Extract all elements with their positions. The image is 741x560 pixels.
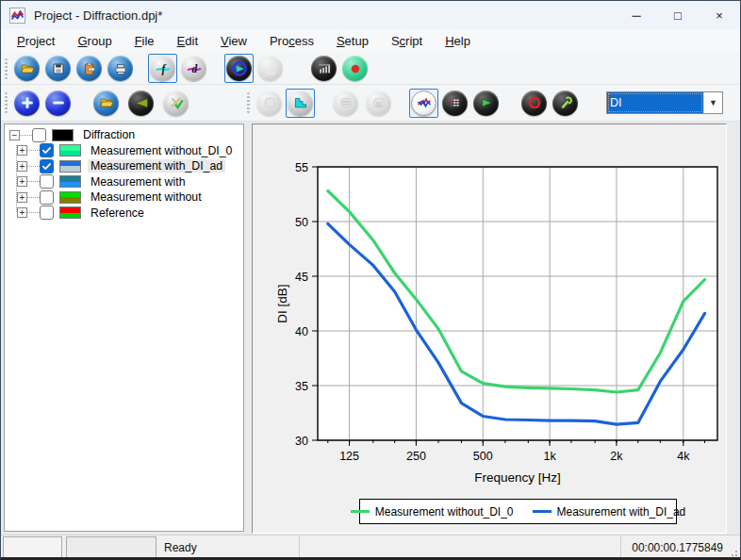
status-progress-cell xyxy=(66,536,156,558)
menu-edit[interactable]: Edit xyxy=(166,32,209,50)
chevron-down-icon[interactable]: ▼ xyxy=(703,92,722,113)
tree-connector xyxy=(27,166,40,167)
arrow-right-icon xyxy=(226,56,252,81)
zoom-in-button[interactable] xyxy=(12,89,41,118)
expand-icon[interactable]: + xyxy=(17,207,27,218)
toolbar-grip[interactable] xyxy=(5,92,8,113)
table-view-button[interactable] xyxy=(440,89,469,118)
toolbar-grip[interactable] xyxy=(5,58,8,79)
blank-icon xyxy=(256,91,282,116)
maximize-button[interactable]: □ xyxy=(657,1,699,29)
visibility-checkbox[interactable] xyxy=(40,174,54,189)
tree-item-label[interactable]: Diffraction xyxy=(80,128,138,141)
collapse-icon[interactable]: − xyxy=(9,130,20,140)
menu-setup[interactable]: Setup xyxy=(325,32,380,50)
curve-color-swatch xyxy=(59,206,81,219)
tree-connector xyxy=(27,197,40,198)
secondary-toolbar: DI ▼ xyxy=(1,85,740,122)
open-button[interactable] xyxy=(12,54,41,83)
tree-item-label[interactable]: Reference xyxy=(88,206,147,220)
svg-text:2k: 2k xyxy=(610,450,623,463)
d-wave-icon: d xyxy=(181,56,206,81)
svg-text:30: 30 xyxy=(295,435,308,448)
visibility-checkbox[interactable] xyxy=(40,159,54,173)
menu-project[interactable]: Project xyxy=(6,32,66,50)
expand-icon[interactable]: + xyxy=(17,192,27,203)
svg-text:55: 55 xyxy=(295,161,308,174)
window-inset-button xyxy=(364,89,393,118)
minus-icon xyxy=(45,91,71,116)
record-button[interactable] xyxy=(340,54,370,83)
chart-panel[interactable]: 1252505001k2k4k303540455055Frequency [Hz… xyxy=(252,124,727,534)
settings-button[interactable] xyxy=(551,89,580,118)
legend-item: Measurement without_DI_0 xyxy=(351,505,514,519)
expand-icon[interactable]: + xyxy=(17,176,27,187)
tree-item[interactable]: +Measurement with_DI_ad xyxy=(5,158,243,174)
tree-connector xyxy=(20,135,32,136)
window-single-button xyxy=(255,89,284,118)
expand-icon[interactable]: + xyxy=(17,161,27,172)
tree-connector xyxy=(27,212,40,213)
menu-group[interactable]: Group xyxy=(66,32,123,50)
menu-help[interactable]: Help xyxy=(434,32,482,50)
tree-item-label[interactable]: Measurement with xyxy=(88,175,188,189)
redo-icon xyxy=(257,56,283,81)
project-tree[interactable]: −Diffraction+Measurement without_DI_0+Me… xyxy=(4,124,244,532)
tree-item-label[interactable]: Measurement without xyxy=(88,190,205,204)
toolbar-grip[interactable] xyxy=(247,92,250,113)
level-meter-button[interactable] xyxy=(309,54,338,83)
tree-item[interactable]: +Measurement without_DI_0 xyxy=(5,143,243,159)
menu-file[interactable]: File xyxy=(124,32,166,50)
close-button[interactable]: × xyxy=(699,1,740,29)
tree-item[interactable]: +Reference xyxy=(5,206,243,222)
tree-item-label[interactable]: Measurement with_DI_ad xyxy=(88,159,225,173)
expand-icon[interactable]: + xyxy=(17,145,27,156)
menu-script[interactable]: Script xyxy=(380,32,434,50)
di-frequency-chart[interactable]: 1252505001k2k4k303540455055Frequency [Hz… xyxy=(253,124,726,533)
status-message: Ready xyxy=(158,535,300,559)
svg-text:45: 45 xyxy=(295,271,308,284)
window-split-button xyxy=(331,89,360,118)
tree-item[interactable]: +Measurement without xyxy=(5,189,243,206)
window-steps-button[interactable] xyxy=(286,89,315,118)
visibility-checkbox[interactable] xyxy=(40,190,54,205)
visibility-checkbox[interactable] xyxy=(32,128,46,142)
clipboard-arrow-icon xyxy=(76,56,102,81)
resize-grip[interactable] xyxy=(727,535,740,559)
tree-connector xyxy=(27,150,40,151)
zoom-out-button[interactable] xyxy=(43,89,73,118)
status-timer: 00:00:00.1775849 xyxy=(621,535,727,559)
edit-tools-button[interactable] xyxy=(161,89,190,118)
curve-plot-button[interactable] xyxy=(409,89,438,118)
menu-view[interactable]: View xyxy=(209,32,258,50)
export-button[interactable] xyxy=(74,54,104,83)
wedge-button[interactable] xyxy=(126,89,156,118)
tree-item[interactable]: −Diffraction xyxy=(5,127,243,143)
svg-text:Frequency [Hz]: Frequency [Hz] xyxy=(474,470,561,485)
menu-process[interactable]: Process xyxy=(258,32,325,50)
svg-text:1k: 1k xyxy=(544,450,557,463)
curve-type-combobox[interactable]: DI ▼ xyxy=(606,91,723,114)
visibility-checkbox[interactable] xyxy=(40,143,54,157)
run-process-button[interactable] xyxy=(224,54,254,83)
play-button[interactable] xyxy=(471,89,501,118)
tree-item[interactable]: +Measurement with xyxy=(5,174,243,190)
record-dot-icon xyxy=(342,56,368,81)
save-button[interactable] xyxy=(43,54,73,83)
tree-connector-lines xyxy=(16,145,17,212)
printer-icon xyxy=(107,56,133,81)
visibility-checkbox[interactable] xyxy=(40,206,54,220)
print-button[interactable] xyxy=(106,54,135,83)
tools-check-icon xyxy=(163,91,189,116)
main-toolbar: fd xyxy=(1,53,740,85)
folder-open-icon xyxy=(93,91,119,116)
minimize-button[interactable]: ─ xyxy=(616,1,657,29)
open-group-button[interactable] xyxy=(91,89,121,118)
tree-item-label[interactable]: Measurement without_DI_0 xyxy=(88,144,235,157)
app-icon xyxy=(9,8,25,24)
target-button[interactable] xyxy=(519,89,549,118)
svg-text:35: 35 xyxy=(295,380,308,393)
svg-text:DI [dB]: DI [dB] xyxy=(275,284,289,322)
frequency-domain-button[interactable]: f xyxy=(148,54,177,83)
data-domain-button[interactable]: d xyxy=(179,54,208,83)
